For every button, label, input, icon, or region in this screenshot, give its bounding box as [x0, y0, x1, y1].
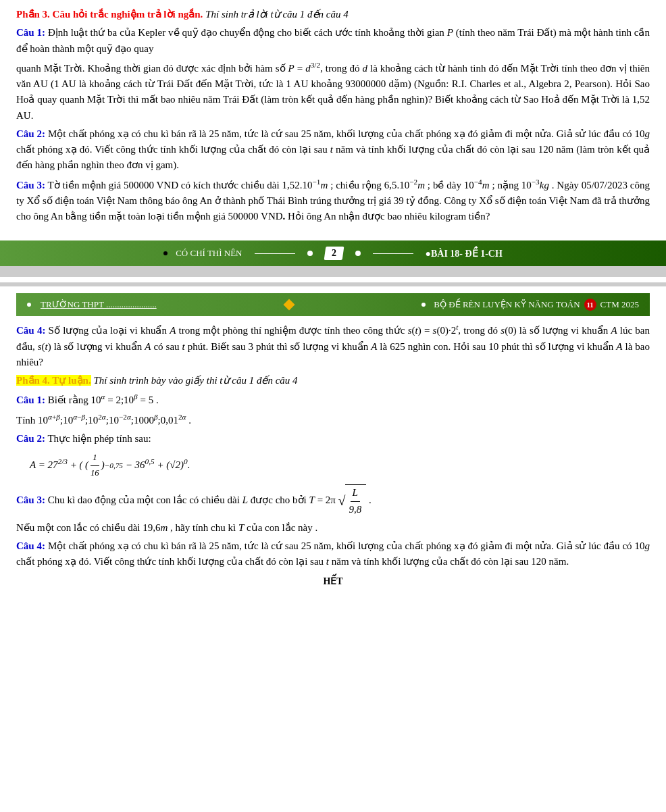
- header-bullet: [27, 303, 31, 307]
- frac-num: 1: [91, 451, 99, 466]
- p4q2-label: Câu 2:: [16, 433, 45, 444]
- p4q3-label: Câu 3:: [16, 494, 45, 505]
- part3-heading-para: Phần 3. Câu hỏi trắc nghiệm trả lời ngắn…: [16, 7, 650, 22]
- header-series-label: BỘ ĐỀ RÈN LUYỆN KỸ NĂNG TOÁN: [434, 299, 580, 310]
- section-top: Phần 3. Câu hỏi trắc nghiệm trả lời ngắn…: [0, 0, 666, 234]
- p4q1-para2: Tính 10α+β;10α−β;102α;10−2α;1000β;0,012α…: [16, 411, 650, 428]
- p4q4-para: Câu 4: Một chất phóng xạ có chu kì bán r…: [16, 538, 650, 570]
- frac-L-den: 9,8: [347, 502, 363, 517]
- q1-para: Câu 1: Định luật thứ ba của Kepler về qu…: [16, 25, 650, 57]
- footer-left-section: CÓ CHÍ THÌ NÊN: [163, 248, 242, 259]
- header-num-circle: 11: [584, 299, 596, 311]
- section-bottom: TRƯỜNG THPT ....................... BỘ Đ…: [0, 282, 666, 593]
- dash-left: [255, 253, 295, 254]
- q4-label: Câu 4:: [16, 325, 45, 336]
- diamond-icon: [284, 299, 295, 311]
- p4q2-label-para: Câu 2: Thực hiện phép tính sau:: [16, 431, 650, 447]
- part3-heading: Phần 3. Câu hỏi trắc nghiệm trả lời ngắn…: [16, 9, 203, 20]
- sqrt-content: L9,8: [345, 484, 366, 517]
- bullet-dot: [163, 251, 168, 255]
- header-right-part: BỘ ĐỀ RÈN LUYỆN KỸ NĂNG TOÁN 11 CTM 2025: [421, 299, 639, 311]
- circle-left: [307, 251, 313, 256]
- header-diamond-area: [285, 301, 293, 309]
- footer-left-text: CÓ CHÍ THÌ NÊN: [176, 248, 242, 259]
- page: Phần 3. Câu hỏi trắc nghiệm trả lời ngắn…: [0, 0, 666, 812]
- p4q3-para2: Nếu một con lắc có chiều dài 19,6m , hãy…: [16, 520, 650, 536]
- p4q3-para1: Câu 3: Chu kì dao động của một con lắc c…: [16, 484, 650, 517]
- footer-bar-inner: CÓ CHÍ THÌ NÊN 2 ●BÀI 18- ĐỀ 1-CH: [163, 247, 503, 260]
- page-gap: [0, 266, 666, 277]
- footer-bai-label: ●BÀI 18- ĐỀ 1-CH: [426, 248, 503, 259]
- q4-para: Câu 4: Số lượng của loại vi khuẩn A tron…: [16, 322, 650, 370]
- header-bar-bottom: TRƯỜNG THPT ....................... BỘ Đ…: [16, 293, 650, 316]
- header-ctm: CTM 2025: [600, 299, 639, 310]
- bottom-label: HẾT: [323, 576, 342, 586]
- frac-L-num: L: [351, 485, 360, 501]
- circle-right: [355, 251, 361, 256]
- page-number-box: 2: [324, 247, 344, 260]
- dash-right: [373, 253, 413, 254]
- p4q1-label: Câu 1:: [16, 395, 45, 405]
- q3-para: Câu 3: Tờ tiền mệnh giá 500000 VND có kí…: [16, 176, 650, 225]
- header-left-part: TRƯỜNG THPT .......................: [27, 299, 157, 310]
- p4q2-formula-block: A = 272/3 + ( (116)−0,75 − 360,5 + (√2)0…: [30, 451, 650, 480]
- part4-heading: Phần 4. Tự luận.: [16, 375, 91, 386]
- footer-bar: CÓ CHÍ THÌ NÊN 2 ●BÀI 18- ĐỀ 1-CH: [0, 240, 666, 266]
- q1-label: Câu 1:: [16, 27, 45, 38]
- footer-page-number: 2: [332, 248, 336, 259]
- q3-label: Câu 3:: [16, 180, 45, 191]
- frac-den: 16: [88, 466, 101, 481]
- p4q2-formula: A = 272/3 + ( (116)−0,75 − 360,5 + (√2)0…: [30, 459, 190, 470]
- part4-heading-para: Phần 4. Tự luận. Thí sinh trình bày vào …: [16, 373, 650, 388]
- q2-label: Câu 2:: [16, 128, 45, 139]
- p4q4-label: Câu 4:: [16, 540, 45, 551]
- q2-para: Câu 2: Một chất phóng xạ có chu kì bán r…: [16, 126, 650, 174]
- bottom-label-area: HẾT: [16, 576, 650, 587]
- p4q1-para1: Câu 1: Biết rằng 10α = 2;10β = 5 .: [16, 391, 650, 408]
- header-bullet2: [421, 303, 426, 307]
- frac-L: L9,8: [347, 485, 363, 517]
- part4-subtitle: Thí sinh trình bày vào giấy thi từ câu 1…: [93, 375, 297, 386]
- fraction-1-16: (: [80, 457, 83, 474]
- fraction-container: (116)−0,75: [85, 451, 123, 480]
- part3-subtitle: Thí sinh trả lời từ câu 1 đến câu 4: [205, 9, 349, 20]
- fraction-wrap: 116: [88, 451, 101, 480]
- sqrt-formula: √L9,8: [338, 484, 366, 517]
- header-school: TRƯỜNG THPT .......................: [41, 299, 157, 310]
- q1-para2: quanh Mặt Trời. Khoảng thời gian đó được…: [16, 59, 650, 124]
- sqrt-symbol: √: [338, 494, 346, 508]
